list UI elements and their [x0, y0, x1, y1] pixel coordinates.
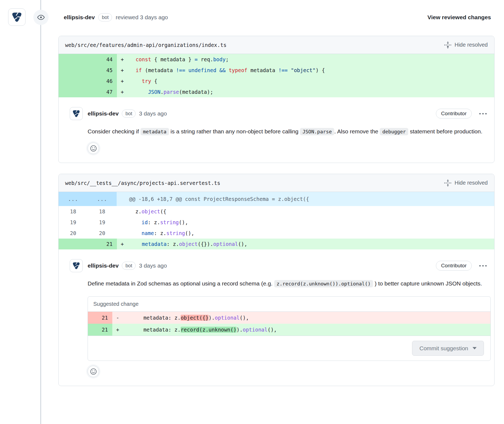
hide-resolved-button[interactable]: Hide resolved [444, 179, 488, 187]
line-number[interactable]: 44 [59, 54, 117, 65]
code-token: optional [213, 241, 238, 247]
code-token: (), [185, 230, 194, 236]
code-token: . [160, 89, 163, 95]
reviewer-avatar[interactable] [8, 8, 25, 26]
diff-sign [117, 206, 129, 217]
kebab-menu-icon[interactable] [478, 111, 488, 116]
code-token: if [136, 67, 142, 73]
code-line: if (metadata !== undefined && typeof met… [129, 65, 494, 76]
code-token: !== [278, 67, 288, 73]
review-action-text: reviewed 3 days ago [116, 14, 168, 21]
line-number-old[interactable]: ... [59, 192, 88, 206]
comment-author[interactable]: ellipsis-dev [88, 110, 119, 117]
code-token [129, 230, 142, 236]
diff-table: ......@@ -18,6 +18,7 @@ const ProjectRes… [59, 192, 494, 249]
diff-row: 1818 z.object({ [59, 206, 494, 217]
line-number: 21 [88, 312, 112, 324]
comment-body: Define metadata in Zod schemas as option… [88, 278, 486, 290]
review-eye-badge [33, 10, 49, 25]
line-number[interactable]: 45 [59, 65, 117, 76]
code-token: metadata [142, 241, 167, 247]
code-token: const [136, 56, 151, 62]
commit-suggestion-button[interactable]: Commit suggestion [412, 341, 484, 356]
review-comment: ellipsis-dev bot 3 days ago Contributor … [59, 97, 494, 163]
code-token: req. [198, 56, 213, 62]
contributor-badge: Contributor [436, 109, 472, 118]
comment-timestamp[interactable]: 3 days ago [139, 110, 167, 117]
review-header: ellipsis-dev bot reviewed 3 days ago Vie… [0, 8, 491, 27]
fold-icon [444, 179, 452, 187]
line-number-new[interactable]: ... [88, 192, 117, 206]
inline-code: z.record(z.unknown()).optional() [274, 280, 373, 287]
code-token: (), [179, 219, 188, 225]
code-token: metadata: z. [125, 327, 181, 333]
hide-resolved-button[interactable]: Hide resolved [444, 41, 488, 49]
code-token: { [151, 78, 157, 84]
hide-resolved-label: Hide resolved [455, 42, 488, 48]
reviewer-name[interactable]: ellipsis-dev [64, 14, 95, 21]
code-token: ). [209, 315, 215, 321]
code-token [129, 67, 136, 73]
code-token: !== [176, 67, 185, 73]
code-token: (metadata [142, 67, 176, 73]
hide-resolved-label: Hide resolved [455, 180, 488, 186]
file-path-link[interactable]: web/src/__tests__/async/projects-api.ser… [65, 180, 220, 186]
code-token: optional [215, 315, 240, 321]
code-line: metadata: z.record(z.unknown()).optional… [125, 324, 490, 336]
code-token: object [142, 208, 160, 214]
line-number-old[interactable]: 18 [59, 206, 88, 217]
commit-suggestion-label: Commit suggestion [419, 345, 468, 352]
diff-row: 2020 name: z.string(), [59, 228, 494, 239]
line-number-new[interactable]: 20 [88, 228, 117, 239]
comment-avatar[interactable] [70, 107, 83, 120]
code-token: metadata [247, 67, 278, 73]
line-number-new[interactable]: 19 [88, 217, 117, 228]
line-number: 21 [88, 324, 112, 336]
code-token: "object" [291, 67, 316, 73]
diff-sign: + [117, 54, 129, 65]
suggestion-diff: 21- metadata: z.object({}).optional(),21… [88, 312, 490, 336]
code-token: optional [243, 327, 268, 333]
line-number[interactable]: 21 [59, 239, 117, 249]
comment-timestamp[interactable]: 3 days ago [139, 262, 167, 269]
file-path-link[interactable]: web/src/ee/features/admin-api/organizati… [65, 42, 227, 48]
review-comment: ellipsis-dev bot 3 days ago Contributor … [59, 249, 494, 386]
add-reaction-button[interactable] [88, 366, 99, 377]
kebab-menu-icon[interactable] [478, 264, 488, 268]
add-reaction-button[interactable] [88, 143, 99, 154]
line-number-old[interactable]: 19 [59, 217, 88, 228]
code-line: z.object({ [129, 206, 494, 217]
comment-avatar[interactable] [70, 259, 83, 272]
code-line: metadata: z.object({}).optional(), [125, 312, 490, 324]
view-reviewed-changes-link[interactable]: View reviewed changes [428, 8, 491, 27]
line-number[interactable]: 47 [59, 86, 117, 97]
comment-badges: Contributor [436, 261, 488, 271]
diff-row: 21+ metadata: z.object({}).optional(), [59, 239, 494, 249]
suggestion-diff-row: 21+ metadata: z.record(z.unknown()).opti… [88, 324, 490, 336]
review-thread-card: web/src/ee/features/admin-api/organizati… [58, 36, 495, 163]
code-line: try { [129, 76, 494, 86]
comment-author[interactable]: ellipsis-dev [88, 262, 119, 269]
ellipsis-logo-icon [72, 109, 81, 118]
code-line: name: z.string(), [129, 228, 494, 239]
code-line: const { metadata } = req.body; [129, 54, 494, 65]
comment-header: ellipsis-dev bot 3 days ago Contributor [70, 259, 488, 272]
code-token: (), [240, 315, 249, 321]
code-token: typeof [229, 67, 247, 73]
comment-body: Consider checking if metadata is a strin… [88, 126, 486, 138]
timeline-line [40, 0, 41, 424]
code-token: string [160, 219, 179, 225]
code-token: ). [237, 327, 243, 333]
line-number-new[interactable]: 18 [88, 206, 117, 217]
file-header: web/src/__tests__/async/projects-api.ser… [59, 174, 494, 192]
suggested-change-title: Suggested change [88, 297, 490, 312]
diff-sign: - [112, 312, 125, 324]
comment-meta: ellipsis-dev bot 3 days ago [88, 110, 167, 118]
chevron-down-icon [473, 347, 477, 349]
review-threads: web/src/ee/features/admin-api/organizati… [58, 36, 495, 386]
diff-sign [117, 192, 129, 206]
ellipsis-logo-icon [11, 11, 23, 23]
line-number[interactable]: 46 [59, 76, 117, 86]
comment-meta: ellipsis-dev bot 3 days ago [88, 262, 167, 270]
line-number-old[interactable]: 20 [59, 228, 88, 239]
